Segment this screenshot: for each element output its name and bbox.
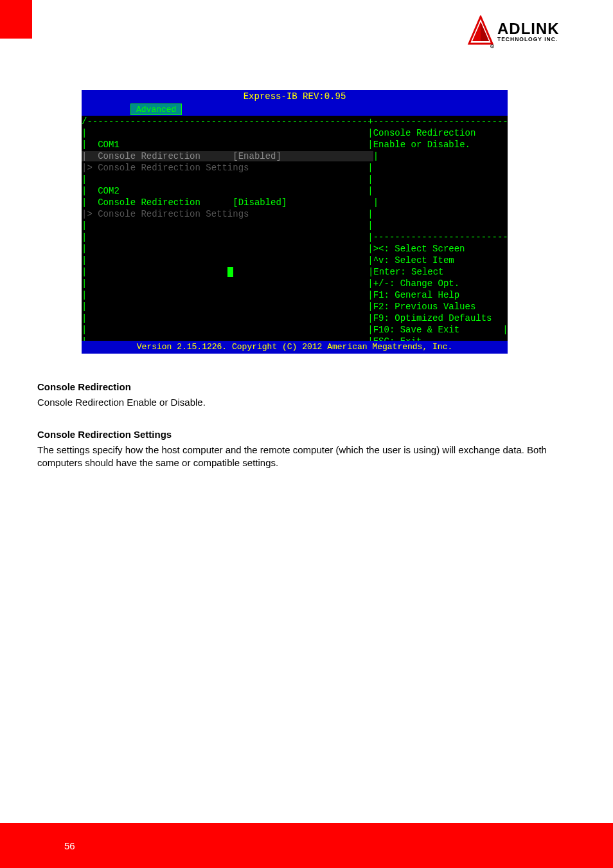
- paragraph-1: Console Redirection Enable or Disable.: [37, 396, 576, 409]
- section-heading-1: Console Redirection: [37, 381, 576, 393]
- bios-screenshot: Express-IB REV:0.95 Advanced /----------…: [82, 90, 508, 352]
- bios-title: Express-IB REV:0.95: [82, 90, 508, 103]
- bios-com1-redir-label: Console Redirection: [98, 151, 200, 161]
- bios-footer: Version 2.15.1226. Copyright (C) 2012 Am…: [82, 341, 508, 354]
- bios-key-6: F2: Previous Values: [373, 302, 476, 312]
- bios-key-9: ESC: Exit: [373, 336, 422, 341]
- bios-com2-redir-label: Console Redirection: [98, 197, 200, 208]
- footer-bar: 56: [0, 823, 613, 868]
- bios-key-8: F10: Save & Exit: [373, 325, 459, 335]
- header-red-tab: [0, 0, 32, 39]
- bios-com1-label: COM1: [98, 140, 120, 150]
- bios-com2-settings: Console Redirection Settings: [98, 209, 249, 219]
- logo-sub-text: TECHNOLOGY INC.: [497, 36, 560, 42]
- bios-com2-redir-val: [Disabled]: [233, 197, 287, 208]
- bios-tab-advanced: Advanced: [130, 104, 182, 115]
- bios-key-2: ^v: Select Item: [373, 255, 454, 266]
- bios-com1-redir-val: [Enabled]: [233, 151, 281, 161]
- bios-key-3: Enter: Select: [373, 267, 443, 277]
- paragraph-2: The settings specify how the host comput…: [37, 444, 576, 470]
- section-heading-2: Console Redirection Settings: [37, 428, 576, 441]
- bios-key-5: F1: General Help: [373, 290, 459, 300]
- bios-help-title: Console Redirection: [373, 128, 476, 138]
- bios-com1-settings: Console Redirection Settings: [98, 163, 249, 173]
- bios-tab-bar: Advanced: [82, 103, 508, 116]
- adlink-logo: R ADLINK TECHNOLOGY INC.: [466, 13, 576, 51]
- page-number: 56: [64, 840, 75, 851]
- logo-main-text: ADLINK: [497, 22, 560, 36]
- bios-help-desc: Enable or Disable.: [373, 140, 470, 150]
- bios-key-1: ><: Select Screen: [373, 244, 465, 254]
- bios-key-4: +/-: Change Opt.: [373, 278, 459, 289]
- bios-body: /---------------------------------------…: [82, 116, 508, 341]
- bios-key-7: F9: Optimized Defaults: [373, 313, 492, 323]
- bios-com2-label: COM2: [98, 186, 120, 196]
- adlink-triangle-icon: R: [466, 15, 495, 49]
- bios-cursor: [227, 267, 233, 277]
